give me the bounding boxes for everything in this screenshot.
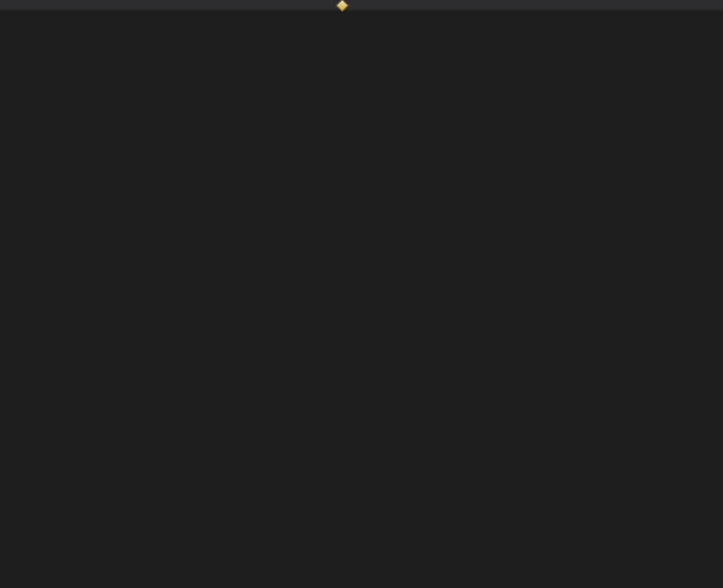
project-dropdown[interactable] <box>0 0 16 9</box>
navigation-bar <box>0 0 723 11</box>
code-editor[interactable] <box>0 11 723 588</box>
